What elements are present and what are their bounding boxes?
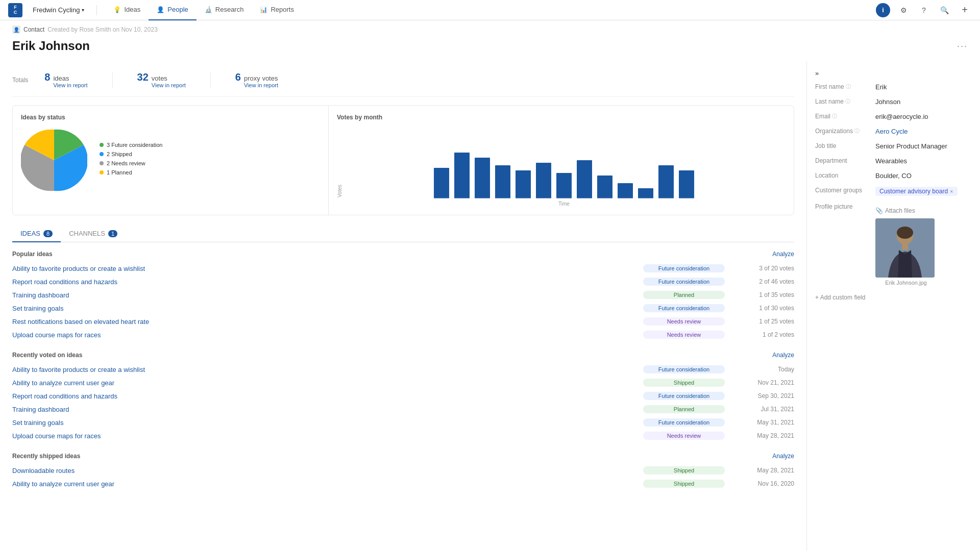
page-menu-button[interactable]: ···: [957, 41, 968, 52]
recently-shipped-section: Recently shipped ideas Analyze Downloada…: [12, 453, 794, 490]
idea-meta: Nov 16, 2020: [733, 480, 794, 487]
nav-item-ideas[interactable]: 💡 Ideas: [105, 0, 149, 20]
idea-link[interactable]: Upload course maps for races: [12, 432, 635, 440]
customer-group-remove-button[interactable]: ×: [950, 188, 953, 194]
list-item: Set training goals Future consideration …: [12, 302, 794, 315]
popular-ideas-title: Popular ideas: [12, 251, 53, 258]
legend-dot-future: [100, 143, 104, 147]
profile-picture-label: Profile picture: [815, 203, 871, 210]
votes-report-link[interactable]: View in report: [152, 82, 186, 88]
email-value: erik@aerocycle.io: [875, 113, 928, 120]
svg-rect-6: [556, 173, 572, 198]
tabs-bar: IDEAS 8 CHANNELS 1: [12, 226, 794, 242]
field-location: Location Boulder, CO: [815, 172, 972, 180]
panel-toggle[interactable]: »: [815, 69, 972, 77]
field-organizations: Organizations ⓘ Aero Cycle: [815, 128, 972, 135]
idea-link[interactable]: Rest notifications based on elevated hea…: [12, 318, 635, 325]
idea-link[interactable]: Set training goals: [12, 305, 635, 312]
idea-link[interactable]: Downloadable routes: [12, 467, 635, 474]
list-item: Downloadable routes Shipped May 28, 2021: [12, 464, 794, 477]
nav-label-people: People: [167, 6, 188, 13]
y-axis-label: Votes: [337, 136, 342, 197]
nav-item-research[interactable]: 🔬 Research: [197, 0, 252, 20]
profile-image: [875, 218, 935, 278]
recently-shipped-title: Recently shipped ideas: [12, 453, 80, 460]
first-name-value: Erik: [875, 83, 887, 91]
email-label: Email ⓘ: [815, 113, 871, 120]
votes-count: 32: [137, 71, 149, 83]
status-badge: Needs review: [643, 317, 725, 325]
brand-logo-area[interactable]: FC: [8, 3, 22, 17]
list-item: Ability to analyze current user gear Shi…: [12, 477, 794, 490]
help-icon-button[interactable]: ?: [917, 3, 931, 17]
search-icon-button[interactable]: 🔍: [937, 3, 951, 17]
idea-link[interactable]: Ability to analyze current user gear: [12, 379, 635, 387]
idea-link[interactable]: Report road conditions and hazards: [12, 278, 635, 286]
idea-link[interactable]: Upload course maps for races: [12, 331, 635, 339]
popular-ideas-analyze[interactable]: Analyze: [772, 251, 794, 258]
tab-ideas[interactable]: IDEAS 8: [12, 226, 61, 242]
recently-voted-analyze[interactable]: Analyze: [772, 352, 794, 359]
nav-divider: [96, 5, 97, 15]
settings-icon-button[interactable]: ⚙: [896, 3, 911, 17]
idea-link[interactable]: Training dashboard: [12, 291, 635, 299]
votes-label: votes: [152, 74, 167, 82]
idea-link[interactable]: Ability to favorite products or create a…: [12, 366, 635, 373]
status-badge: Future consideration: [643, 392, 725, 400]
organizations-info-icon: ⓘ: [854, 128, 860, 135]
legend-label-planned: 1 Planned: [107, 169, 132, 176]
tab-channels-badge: 1: [108, 230, 117, 237]
field-department: Department Wearables: [815, 157, 972, 165]
stats-row: Totals 8 ideas View in report 32 votes V…: [12, 61, 794, 97]
field-job-title: Job title Senior Product Manager: [815, 142, 972, 150]
add-icon-button[interactable]: +: [958, 3, 972, 17]
field-customer-groups: Customer groups Customer advisory board …: [815, 187, 972, 196]
idea-link[interactable]: Set training goals: [12, 419, 635, 427]
idea-link[interactable]: Report road conditions and hazards: [12, 392, 635, 400]
status-badge: Shipped: [643, 480, 725, 488]
job-title-label: Job title: [815, 142, 871, 149]
svg-rect-5: [536, 163, 551, 198]
nav-label-ideas: Ideas: [124, 6, 140, 13]
idea-link[interactable]: Training dashboard: [12, 406, 635, 413]
recently-shipped-analyze[interactable]: Analyze: [772, 453, 794, 460]
charts-row: Ideas by status: [12, 105, 794, 215]
organizations-value[interactable]: Aero Cycle: [875, 128, 908, 135]
idea-link[interactable]: Ability to favorite products or create a…: [12, 265, 635, 272]
idea-meta: 1 of 2 votes: [733, 331, 794, 338]
idea-link[interactable]: Ability to analyze current user gear: [12, 480, 635, 488]
bar-chart-box: Votes by month Votes: [329, 106, 794, 215]
customer-groups-value: Customer advisory board ×: [875, 187, 958, 196]
status-badge: Needs review: [643, 432, 725, 440]
nav-item-people[interactable]: 👤 People: [149, 0, 196, 20]
info-icon-button[interactable]: i: [876, 3, 890, 17]
customer-group-tag-label: Customer advisory board: [879, 188, 948, 195]
proxy-votes-report-link[interactable]: View in report: [244, 82, 278, 88]
idea-meta: May 31, 2021: [733, 419, 794, 426]
svg-rect-9: [618, 183, 633, 198]
attach-files-button[interactable]: 📎 Attach files: [875, 207, 937, 214]
field-email: Email ⓘ erik@aerocycle.io: [815, 113, 972, 120]
idea-meta: Jul 31, 2021: [733, 406, 794, 413]
tab-channels[interactable]: CHANNELS 1: [61, 226, 126, 242]
legend-needs-review: 2 Needs review: [100, 160, 162, 166]
ideas-report-link[interactable]: View in report: [53, 82, 87, 88]
legend-label-needs-review: 2 Needs review: [107, 160, 145, 166]
nav-item-reports[interactable]: 📊 Reports: [252, 0, 302, 20]
workspace-selector[interactable]: Fredwin Cycling ▾: [29, 4, 88, 16]
svg-rect-7: [577, 160, 592, 198]
legend-dot-needs-review: [100, 161, 104, 165]
attach-label: Attach files: [885, 207, 915, 214]
contact-icon: 👤: [12, 26, 20, 34]
pie-chart-title: Ideas by status: [21, 114, 320, 121]
status-badge: Future consideration: [643, 365, 725, 373]
legend-label-future: 3 Future consideration: [107, 142, 162, 148]
workspace-dropdown-icon: ▾: [82, 7, 84, 13]
pie-chart-area: 3 Future consideration 2 Shipped 2 Needs…: [21, 127, 320, 193]
first-name-label: First name ⓘ: [815, 83, 871, 90]
list-item: Upload course maps for races Needs revie…: [12, 429, 794, 442]
svg-rect-12: [679, 170, 694, 198]
tab-ideas-label: IDEAS: [20, 230, 40, 237]
svg-rect-8: [597, 176, 612, 198]
add-custom-field-button[interactable]: + Add custom field: [815, 294, 972, 301]
